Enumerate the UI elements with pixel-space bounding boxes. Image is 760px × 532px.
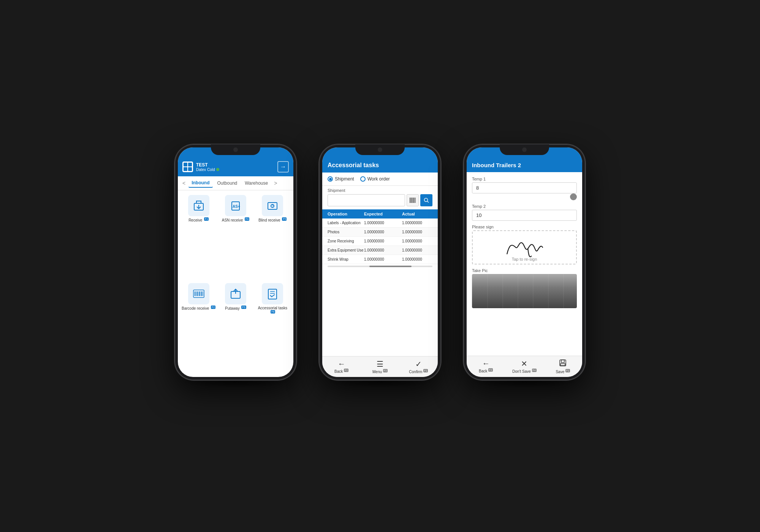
p2-scrollbar-thumb [369, 266, 411, 267]
blind-badge: F5 [282, 217, 287, 221]
p2-row4-op: Extra Equipment Use [328, 248, 364, 252]
p1-item-barcode-receive[interactable]: Barcode receive F2 [182, 283, 215, 373]
p1-item-putaway-label: Putaway F3 [225, 306, 246, 311]
p2-row5-op: Shrink Wrap [328, 257, 364, 261]
table-row: Shrink Wrap 1.00000000 1.00000000 [322, 255, 438, 264]
p2-radio-circle-workorder [360, 176, 366, 182]
p2-search-row [322, 194, 438, 209]
svg-rect-24 [413, 198, 413, 203]
p3-temp2-label: Temp 2 [472, 204, 577, 209]
p2-row3-op: Zone Receiving [328, 239, 364, 243]
p1-tab-warehouse[interactable]: Warehouse [242, 179, 271, 187]
p3-save-icon [559, 359, 567, 369]
p1-tabs: < Inbound Outbound Warehouse > [178, 176, 293, 190]
p3-temp2-field: Temp 2 [472, 204, 577, 221]
p3-back-button[interactable]: ← Back F2 [467, 359, 505, 374]
phone-2: Accessorial tasks Shipment Work order [319, 144, 441, 380]
p3-takepic-section: Take Pic [472, 268, 577, 308]
phone-2-screen: Accessorial tasks Shipment Work order [322, 147, 438, 377]
p3-dontsave-badge: F4 [532, 369, 537, 372]
notch-camera-2 [378, 147, 382, 152]
accessorial-icon [262, 283, 283, 304]
p2-radio-workorder-label: Work order [367, 176, 390, 182]
p1-tab-left-arrow[interactable]: < [181, 180, 187, 186]
p2-row1-act: 1.00000000 [402, 221, 432, 225]
menu-badge: F3 [383, 369, 388, 372]
receive-badge: F1 [204, 217, 209, 221]
p1-item-receive-label: Receive F1 [188, 218, 209, 223]
p3-dontsave-button[interactable]: ✕ Don't Save F4 [505, 359, 543, 374]
back-badge: F2 [344, 369, 348, 372]
p1-item-asn-receive[interactable]: AS+ ASN receive F4 [218, 195, 252, 280]
svg-rect-23 [412, 198, 412, 203]
p1-header-sub: Datex Cold [196, 168, 219, 172]
barcode-badge: F2 [211, 306, 215, 309]
p3-slider1-thumb[interactable] [570, 193, 577, 200]
svg-text:?: ? [272, 204, 274, 208]
table-row: Extra Equipment Use 1.00000000 1.0000000… [322, 246, 438, 255]
svg-rect-18 [268, 289, 277, 299]
p2-search-input[interactable] [328, 194, 405, 206]
p2-radio-workorder[interactable]: Work order [360, 176, 390, 182]
p2-back-button[interactable]: ← Back F2 [322, 359, 361, 374]
p1-item-barcode-label: Barcode receive F2 [182, 306, 215, 311]
p2-th-expected: Expected [364, 212, 402, 216]
phone-1-wrap: TEST Datex Cold → < Inbound [175, 144, 296, 388]
p2-row1-exp: 1.00000000 [364, 221, 402, 225]
p1-exit-button[interactable]: → [277, 161, 289, 173]
p1-item-asn-label: ASN receive F4 [222, 218, 250, 223]
svg-rect-27 [415, 198, 416, 203]
p2-back-label: Back F2 [334, 369, 348, 374]
p1-tab-outbound[interactable]: Outbound [214, 179, 241, 187]
p1-item-receive[interactable]: Receive F1 [182, 195, 215, 280]
p1-online-badge [216, 168, 219, 171]
p2-row4-act: 1.00000000 [402, 248, 432, 252]
p2-back-icon: ← [338, 359, 345, 368]
p2-row3-exp: 1.00000000 [364, 239, 402, 243]
p2-search-button[interactable] [420, 194, 432, 206]
p2-row2-exp: 1.00000000 [364, 230, 402, 234]
p3-sign-box[interactable]: Tap to re-sign [472, 230, 577, 264]
p1-grid: Receive F1 AS+ ASN receive F4 [178, 190, 293, 377]
p3-save-label: Save F1 [556, 369, 570, 374]
p3-temp2-input[interactable] [472, 210, 577, 221]
p3-save-button[interactable]: Save F1 [544, 359, 582, 374]
notch-camera-1 [233, 147, 238, 152]
p2-table: Operation Expected Actual Labels - Appli… [322, 209, 438, 356]
phone-2-wrap: Accessorial tasks Shipment Work order [319, 144, 441, 388]
p1-tab-right-arrow[interactable]: > [272, 180, 279, 186]
p1-header-subtitle: Datex Cold [196, 168, 215, 172]
p2-content: Shipment Work order Shipment [322, 173, 438, 356]
phone-1-screen: TEST Datex Cold → < Inbound [178, 147, 293, 377]
p2-confirm-label: Confirm F1 [409, 369, 428, 374]
p1-header: TEST Datex Cold → [178, 158, 293, 176]
phone-3-wrap: Inbound Trailers 2 Temp 1 Temp 2 [464, 144, 585, 388]
receive-icon [188, 195, 209, 216]
svg-rect-21 [410, 198, 410, 203]
p2-barcode-button[interactable] [407, 194, 419, 206]
table-row: Zone Receiving 1.00000000 1.00000000 [322, 237, 438, 246]
p1-item-blind-label: Blind receive F5 [258, 218, 287, 223]
p2-radio-shipment[interactable]: Shipment [328, 176, 354, 182]
notch-camera-3 [522, 147, 527, 152]
confirm-badge: F1 [423, 369, 428, 372]
p1-item-accessorial-label: Accessorial tasks F6 [256, 306, 290, 315]
p2-table-header: Operation Expected Actual [322, 209, 438, 218]
p2-confirm-button[interactable]: ✓ Confirm F1 [399, 359, 438, 374]
p1-exit-icon: → [280, 163, 286, 170]
p2-scrollbar [328, 266, 432, 267]
phone-1: TEST Datex Cold → < Inbound [175, 144, 296, 380]
p2-menu-button[interactable]: ☰ Menu F3 [361, 359, 399, 374]
svg-point-28 [424, 198, 428, 202]
p1-item-blind-receive[interactable]: ? Blind receive F5 [256, 195, 290, 280]
p3-warehouse-image[interactable] [472, 274, 577, 308]
p1-item-putaway[interactable]: Putaway F3 [218, 283, 252, 373]
p1-tab-inbound[interactable]: Inbound [188, 179, 212, 188]
p2-th-actual: Actual [402, 212, 432, 216]
p3-sign-label: Please sign [472, 225, 577, 229]
p3-header: Inbound Trailers 2 [467, 158, 582, 172]
p3-save-badge: F1 [565, 369, 570, 372]
p1-item-accessorial[interactable]: Accessorial tasks F6 [256, 283, 290, 373]
p1-logo-cell-2 [188, 163, 192, 166]
p3-temp1-input[interactable] [472, 182, 577, 193]
